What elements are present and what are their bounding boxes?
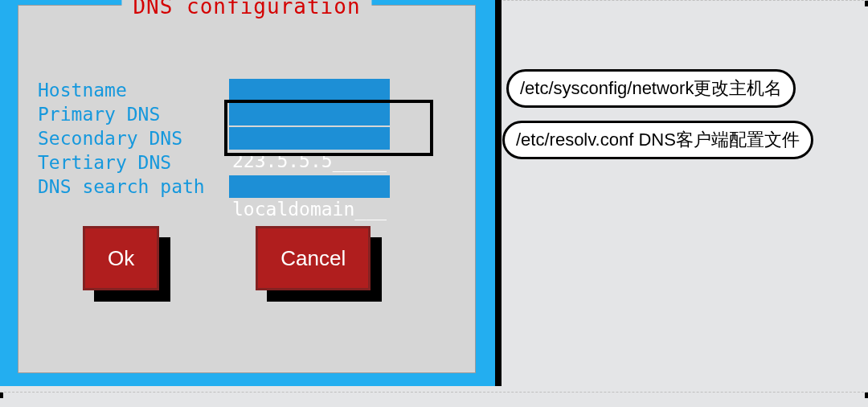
- row-secondary-dns: Secondary DNS 223.5.5.5_____: [38, 126, 456, 150]
- row-primary-dns: Primary DNS 8.8.8.8_______: [38, 102, 456, 126]
- input-primary-dns[interactable]: 8.8.8.8_______: [229, 103, 390, 125]
- cancel-button[interactable]: Cancel: [256, 226, 371, 290]
- guide-line-bottom: [0, 392, 868, 393]
- label-tertiary-dns: Tertiary DNS: [38, 152, 229, 173]
- screenshot-canvas: DNS configuration Hostname oldboy32 Prim…: [0, 0, 868, 407]
- annotation-network-file: /etc/sysconfig/network更改主机名: [506, 69, 796, 108]
- annotation-resolv-file: /etc/resolv.conf DNS客户端配置文件: [502, 121, 813, 159]
- dns-config-dialog: DNS configuration Hostname oldboy32 Prim…: [18, 5, 476, 373]
- input-search-path[interactable]: localdomain___: [229, 175, 390, 198]
- row-hostname: Hostname oldboy32: [38, 78, 456, 102]
- input-secondary-dns[interactable]: 223.5.5.5_____: [229, 127, 390, 150]
- label-primary-dns: Primary DNS: [38, 104, 229, 125]
- input-hostname[interactable]: oldboy32: [229, 79, 390, 101]
- terminal-window: DNS configuration Hostname oldboy32 Prim…: [0, 0, 502, 386]
- row-search-path: DNS search path localdomain___: [38, 175, 456, 199]
- dns-form: Hostname oldboy32 Primary DNS 8.8.8.8___…: [38, 78, 456, 199]
- label-hostname: Hostname: [38, 80, 229, 101]
- ok-button[interactable]: Ok: [83, 226, 159, 290]
- label-secondary-dns: Secondary DNS: [38, 128, 229, 149]
- dialog-buttons: Ok Cancel: [83, 226, 371, 290]
- label-search-path: DNS search path: [38, 176, 229, 197]
- dialog-title: DNS configuration: [121, 0, 371, 18]
